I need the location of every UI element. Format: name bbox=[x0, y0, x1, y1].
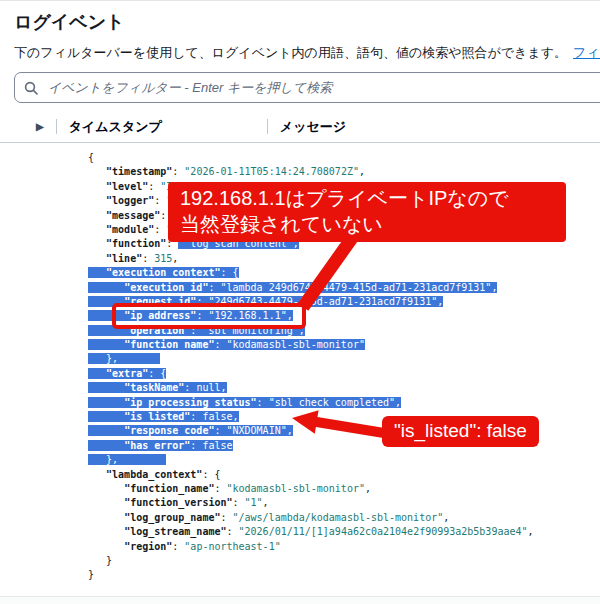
column-timestamp: タイムスタンプ bbox=[69, 118, 162, 136]
log-json-line: "lambda_context": { bbox=[88, 468, 534, 482]
filter-events-searchbox[interactable] bbox=[14, 72, 600, 103]
log-json-line: "execution_id": "lambda_249d6743-4479-41… bbox=[88, 281, 534, 295]
log-json-line: "log_group_name": "/aws/lambda/kodamasbl… bbox=[88, 511, 534, 525]
search-input[interactable] bbox=[46, 79, 600, 96]
log-json-line: "function_version": "1", bbox=[88, 496, 534, 510]
callout-line-2: 当然登録されていない bbox=[180, 211, 554, 237]
log-json-line: } bbox=[88, 554, 534, 568]
log-json-line: "function_name": "kodamasbl-sbl-monitor"… bbox=[88, 482, 534, 496]
log-json-line: "extra": { bbox=[88, 367, 534, 381]
log-json-line: "timestamp": "2026-01-11T05:14:24.708072… bbox=[88, 165, 534, 179]
is-listed-callout: "is_listed": false bbox=[382, 416, 539, 447]
description-text: 下のフィルターバーを使用して、ログイベント内の用語、語句、値の検索や照合ができま… bbox=[14, 45, 567, 60]
bottom-strip bbox=[0, 597, 600, 604]
page-description: 下のフィルターバーを使用して、ログイベント内の用語、語句、値の検索や照合ができま… bbox=[14, 44, 600, 62]
callout-line-1: 192.168.1.1はプライベートIPなので bbox=[180, 185, 554, 211]
ip-address-highlight-ring bbox=[112, 303, 306, 329]
top-divider bbox=[0, 0, 600, 1]
log-json-line: "ip_processing_status": "sbl_check_compl… bbox=[88, 396, 534, 410]
header-divider bbox=[267, 119, 268, 134]
filter-pattern-link[interactable]: フィルタ bbox=[573, 45, 600, 60]
log-json-line: "log_stream_name": "2026/01/11/[1]a94a62… bbox=[88, 525, 534, 539]
log-json-line: "execution_context": { bbox=[88, 266, 534, 280]
log-events-panel: ログイベント 下のフィルターバーを使用して、ログイベント内の用語、語句、値の検索… bbox=[0, 0, 600, 604]
log-json-line: }, bbox=[88, 352, 534, 366]
log-json-line: { bbox=[88, 151, 534, 165]
private-ip-callout: 192.168.1.1はプライベートIPなので 当然登録されていない bbox=[168, 182, 566, 242]
expand-row-triangle-icon[interactable]: ▶ bbox=[36, 122, 44, 132]
column-message: メッセージ bbox=[280, 118, 346, 136]
log-table-header: ▶ タイムスタンプ メッセージ bbox=[0, 111, 600, 143]
log-json-line: "region": "ap-northeast-1" bbox=[88, 540, 534, 554]
log-json-line: "taskName": null, bbox=[88, 381, 534, 395]
search-icon bbox=[24, 81, 38, 95]
log-json-line: "function_name": "kodamasbl-sbl-monitor" bbox=[88, 338, 534, 352]
log-json-line: } bbox=[88, 568, 534, 582]
header-divider bbox=[56, 119, 57, 134]
log-json-line: }, bbox=[88, 453, 534, 467]
log-json-line: "line": 315, bbox=[88, 252, 534, 266]
page-title: ログイベント bbox=[14, 10, 125, 34]
